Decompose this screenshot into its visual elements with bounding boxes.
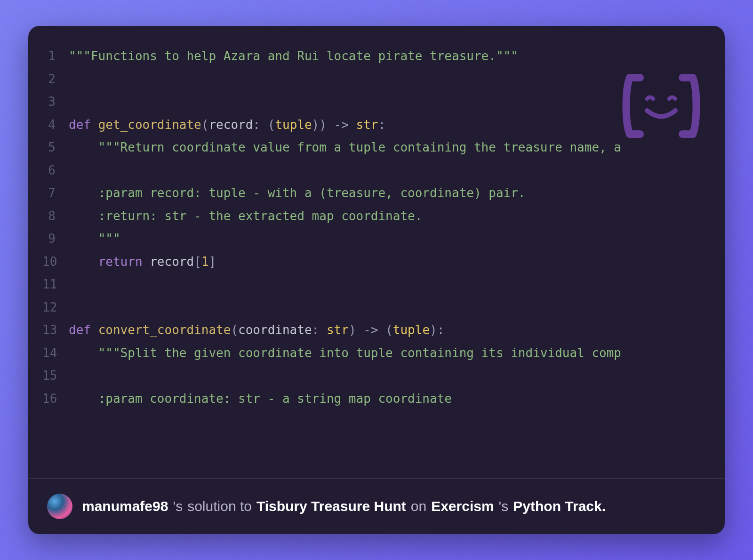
exercism-logo-icon <box>621 73 701 139</box>
line-number: 1 <box>42 45 69 68</box>
code-line: 1"""Functions to help Azara and Rui loca… <box>42 45 711 68</box>
line-content[interactable]: return record[1] <box>69 250 711 273</box>
footer-text-3: on <box>411 498 426 514</box>
line-number: 4 <box>42 113 69 136</box>
code-area: 1"""Functions to help Azara and Rui loca… <box>28 26 725 478</box>
code-line: 6 <box>42 159 711 182</box>
code-line: 2 <box>42 68 711 91</box>
line-number: 3 <box>42 90 69 113</box>
footer-platform[interactable]: Exercism <box>431 498 494 514</box>
footer-username[interactable]: manumafe98 <box>82 498 168 514</box>
line-number: 10 <box>42 250 69 273</box>
line-number: 12 <box>42 296 69 319</box>
line-number: 7 <box>42 182 69 205</box>
line-content[interactable]: """ <box>69 227 711 250</box>
code-line: 4def get_coordinate(record: (tuple)) -> … <box>42 113 711 136</box>
line-content[interactable]: :return: str - the extracted map coordin… <box>69 205 711 228</box>
line-content[interactable]: """Functions to help Azara and Rui locat… <box>69 45 711 68</box>
code-line: 9 """ <box>42 227 711 250</box>
line-content[interactable]: :param coordinate: str - a string map co… <box>69 387 711 410</box>
line-content[interactable]: """Split the given coordinate into tuple… <box>69 342 711 365</box>
line-content[interactable]: """Return coordinate value from a tuple … <box>69 136 711 159</box>
footer-text: manumafe98's solution to Tisbury Treasur… <box>82 498 606 514</box>
footer-text-4: 's <box>499 498 509 514</box>
code-line: 10 return record[1] <box>42 250 711 273</box>
code-line: 3 <box>42 90 711 113</box>
code-line: 8 :return: str - the extracted map coord… <box>42 205 711 228</box>
code-lines: 1"""Functions to help Azara and Rui loca… <box>42 45 711 410</box>
avatar[interactable] <box>47 494 72 519</box>
footer: manumafe98's solution to Tisbury Treasur… <box>28 478 725 534</box>
footer-text-1: 's <box>173 498 183 514</box>
line-number: 11 <box>42 273 69 296</box>
code-line: 11 <box>42 273 711 296</box>
code-card: 1"""Functions to help Azara and Rui loca… <box>28 26 725 534</box>
footer-track[interactable]: Python Track. <box>513 498 606 514</box>
line-number: 16 <box>42 387 69 410</box>
code-line: 7 :param record: tuple - with a (treasur… <box>42 182 711 205</box>
line-number: 2 <box>42 68 69 91</box>
code-line: 13def convert_coordinate(coordinate: str… <box>42 319 711 342</box>
line-number: 8 <box>42 205 69 228</box>
line-content[interactable]: def convert_coordinate(coordinate: str) … <box>69 319 711 342</box>
line-number: 13 <box>42 319 69 342</box>
line-content[interactable]: def get_coordinate(record: (tuple)) -> s… <box>69 113 711 136</box>
footer-exercise[interactable]: Tisbury Treasure Hunt <box>256 498 406 514</box>
code-line: 12 <box>42 296 711 319</box>
line-content[interactable]: :param record: tuple - with a (treasure,… <box>69 182 711 205</box>
line-number: 5 <box>42 136 69 159</box>
code-line: 16 :param coordinate: str - a string map… <box>42 387 711 410</box>
line-number: 6 <box>42 159 69 182</box>
code-line: 15 <box>42 364 711 387</box>
line-number: 14 <box>42 342 69 365</box>
line-number: 9 <box>42 227 69 250</box>
code-line: 14 """Split the given coordinate into tu… <box>42 342 711 365</box>
footer-text-2: solution to <box>187 498 252 514</box>
code-line: 5 """Return coordinate value from a tupl… <box>42 136 711 159</box>
line-number: 15 <box>42 364 69 387</box>
